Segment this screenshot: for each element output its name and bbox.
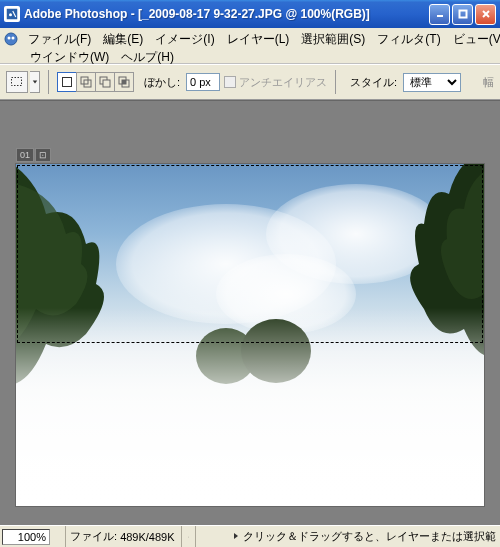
svg-rect-9 [12,78,22,86]
selection-mode-group [57,72,134,92]
svg-point-6 [5,33,17,45]
status-menu-left[interactable] [52,526,66,547]
status-menu-button[interactable] [182,526,196,547]
menu-help[interactable]: ヘルプ(H) [115,48,180,67]
svg-point-1 [9,13,12,16]
canvas-tag-icon: ⊡ [35,148,51,162]
antialias-label: アンチエイリアス [239,75,327,90]
style-select[interactable]: 標準 [403,73,461,92]
selection-intersect-button[interactable] [114,72,134,92]
menu-view[interactable]: ビュー(V) [447,30,500,49]
zoom-display[interactable]: 100% [2,529,50,545]
svg-point-8 [12,37,15,40]
menu-edit[interactable]: 編集(E) [97,30,149,49]
canvas-window[interactable]: 01 ⊡ [15,163,485,507]
options-bar: ぼかし: アンチエイリアス スタイル: 標準 幅 [0,64,500,100]
separator [335,70,336,94]
window-controls [429,4,496,25]
close-button[interactable] [475,4,496,25]
menu-image[interactable]: イメージ(I) [149,30,220,49]
hint-text: クリック＆ドラッグすると、レイヤーまたは選択範 [243,530,496,542]
menu-filter[interactable]: フィルタ(T) [371,30,446,49]
separator [48,70,49,94]
selection-new-button[interactable] [57,72,77,92]
window-title: Adobe Photoshop - [_2009-08-17 9-32-27.J… [24,7,429,21]
feather-input[interactable] [186,73,220,91]
app-icon [4,6,20,22]
menubar: ファイル(F) 編集(E) イメージ(I) レイヤー(L) 選択範囲(S) フィ… [0,28,500,64]
document-area: 01 ⊡ [0,100,500,525]
selection-add-button[interactable] [76,72,96,92]
minimize-button[interactable] [429,4,450,25]
app-name: Adobe Photoshop [24,7,127,21]
svg-rect-10 [63,78,72,87]
maximize-button[interactable] [452,4,473,25]
file-label: ファイル: [70,529,117,544]
menu-file[interactable]: ファイル(F) [22,30,97,49]
svg-point-7 [8,37,11,40]
canvas-tag-01: 01 [16,148,34,162]
file-value: 489K/489K [120,531,174,543]
menu-window[interactable]: ウインドウ(W) [24,48,115,67]
svg-rect-17 [122,80,126,84]
status-hint: クリック＆ドラッグすると、レイヤーまたは選択範 [232,529,500,544]
svg-rect-0 [7,9,18,20]
antialias-option: アンチエイリアス [224,75,327,90]
window-titlebar: Adobe Photoshop - [_2009-08-17 9-32-27.J… [0,0,500,28]
tool-preset-button[interactable] [6,71,28,93]
document-name: [_2009-08-17 9-32-27.JPG @ 100%(RGB)] [138,7,370,21]
feather-label: ぼかし: [144,75,180,90]
canvas-tags: 01 ⊡ [16,148,51,162]
width-label: 幅 [483,75,494,90]
menu-select[interactable]: 選択範囲(S) [295,30,371,49]
antialias-checkbox [224,76,236,88]
menu-layer[interactable]: レイヤー(L) [221,30,296,49]
canvas-image[interactable] [16,164,484,506]
tool-preset-dropdown[interactable] [30,71,40,93]
style-label: スタイル: [350,75,397,90]
gradient-fade [16,308,484,506]
svg-rect-14 [103,80,110,87]
selection-subtract-button[interactable] [95,72,115,92]
statusbar: 100% ファイル: 489K/489K クリック＆ドラッグすると、レイヤーまた… [0,525,500,547]
photoshop-menu-icon[interactable] [4,31,18,47]
file-size-info: ファイル: 489K/489K [66,526,182,547]
svg-rect-3 [459,11,466,18]
